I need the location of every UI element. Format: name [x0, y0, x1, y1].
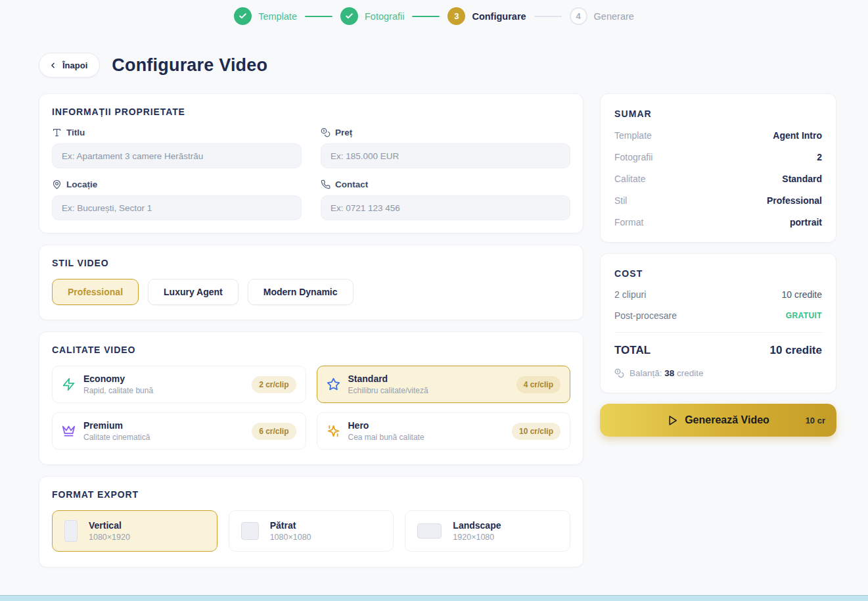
quality-options: Economy Rapid, calitate bună 2 cr/clip S…	[52, 366, 570, 452]
format-heading: FORMAT EXPORT	[52, 489, 570, 500]
style-option-professional[interactable]: Professional	[52, 279, 139, 305]
summary-row-template: Template Agent Intro	[614, 130, 822, 141]
landscape-rect-icon	[417, 523, 442, 539]
format-option-text: Pătrat 1080×1080	[270, 520, 311, 542]
format-options: Vertical 1080×1920 Pătrat 1080×1080 Land…	[52, 510, 570, 554]
total-value: 10 credite	[770, 344, 822, 357]
bottom-strip	[0, 595, 868, 601]
format-option-resolution: 1080×1920	[89, 533, 130, 542]
cost-label: 2 clipuri	[614, 289, 646, 300]
phone-icon	[321, 180, 331, 189]
contact-input[interactable]	[321, 195, 570, 220]
left-column: INFORMAȚII PROPRIETATE Titlu	[39, 93, 583, 567]
quality-option-price-badge: 10 cr/clip	[512, 423, 560, 440]
star-icon	[327, 377, 340, 391]
summary-value: Standard	[782, 174, 822, 184]
generate-video-button[interactable]: Generează Video 10 cr	[600, 404, 836, 437]
step-fotografii[interactable]: Fotografii	[340, 7, 404, 25]
format-option-text: Vertical 1080×1920	[89, 520, 130, 542]
page-header: Înapoi Configurare Video	[39, 53, 868, 78]
style-card: STIL VIDEO Professional Luxury Agent Mod…	[39, 245, 583, 320]
balance-row: Balanță: 38 credite	[614, 368, 822, 378]
format-option-resolution: 1920×1080	[453, 533, 501, 542]
quality-option-subtitle: Rapid, calitate bună	[83, 386, 244, 395]
quality-option-text: Hero Cea mai bună calitate	[348, 420, 504, 442]
summary-value: portrait	[790, 217, 822, 228]
summary-row-stil: Stil Professional	[614, 195, 822, 206]
field-titlu: Titlu	[52, 128, 302, 168]
field-pret: Preț	[321, 128, 570, 168]
property-info-heading: INFORMAȚII PROPRIETATE	[52, 107, 570, 117]
format-option-landscape[interactable]: Landscape 1920×1080	[405, 510, 570, 552]
field-label-text: Contact	[335, 180, 368, 189]
quality-option-price-badge: 4 cr/clip	[516, 376, 560, 393]
format-option-vertical[interactable]: Vertical 1080×1920	[52, 510, 217, 552]
step-generare[interactable]: 4 Generare	[570, 7, 634, 25]
step-label: Fotografii	[365, 11, 404, 22]
pret-input[interactable]	[321, 143, 570, 168]
cost-divider	[614, 332, 822, 333]
quality-option-title: Hero	[348, 420, 504, 431]
quality-option-premium[interactable]: Premium Calitate cinematică 6 cr/clip	[52, 412, 306, 450]
sparkles-icon	[327, 424, 340, 438]
field-label-text: Preț	[335, 128, 352, 137]
summary-label: Template	[614, 130, 652, 141]
generate-button-cost: 10 cr	[806, 416, 825, 425]
summary-label: Stil	[614, 195, 627, 206]
field-locatie-label: Locație	[52, 180, 302, 189]
generate-button-label: Generează Video	[685, 414, 769, 426]
quality-card: CALITATE VIDEO Economy Rapid, calitate b…	[39, 331, 583, 465]
vertical-rect-icon	[64, 520, 78, 542]
quality-option-text: Economy Rapid, calitate bună	[83, 373, 244, 395]
step-number-badge: 3	[447, 7, 465, 25]
quality-option-title: Standard	[348, 373, 509, 384]
field-contact-label: Contact	[321, 180, 570, 189]
summary-card: SUMAR Template Agent Intro Fotografii 2 …	[600, 93, 836, 243]
locatie-input[interactable]	[52, 195, 302, 220]
step-number-badge: 4	[570, 7, 587, 25]
quality-option-economy[interactable]: Economy Rapid, calitate bună 2 cr/clip	[52, 366, 306, 403]
quality-option-standard[interactable]: Standard Echilibru calitate/viteză 4 cr/…	[317, 366, 571, 403]
quality-heading: CALITATE VIDEO	[52, 345, 570, 355]
step-done-circle	[340, 7, 358, 25]
type-icon	[52, 128, 62, 137]
style-option-modern-dynamic[interactable]: Modern Dynamic	[248, 279, 354, 305]
quality-option-subtitle: Echilibru calitate/viteză	[348, 386, 509, 395]
quality-option-hero[interactable]: Hero Cea mai bună calitate 10 cr/clip	[317, 412, 571, 450]
check-icon	[345, 12, 354, 20]
field-locatie: Locație	[52, 180, 302, 220]
property-field-grid: Titlu Preț	[52, 128, 570, 220]
cost-row-postprocessing: Post-procesare GRATUIT	[614, 310, 822, 321]
step-template[interactable]: Template	[234, 7, 297, 25]
summary-row-format: Format portrait	[614, 217, 822, 228]
quality-option-price-badge: 6 cr/clip	[252, 423, 296, 440]
summary-value: 2	[817, 152, 822, 162]
summary-value: Professional	[767, 195, 822, 206]
summary-row-fotografii: Fotografii 2	[614, 152, 822, 162]
field-label-text: Locație	[66, 180, 97, 189]
quality-option-text: Premium Calitate cinematică	[83, 420, 244, 442]
summary-label: Fotografii	[614, 152, 652, 162]
format-option-title: Vertical	[89, 520, 130, 531]
back-button-label: Înapoi	[62, 60, 87, 70]
style-heading: STIL VIDEO	[52, 258, 570, 268]
cost-value: 10 credite	[782, 289, 822, 300]
field-label-text: Titlu	[66, 128, 85, 137]
quality-option-subtitle: Cea mai bună calitate	[348, 433, 504, 442]
quality-option-title: Economy	[83, 373, 244, 384]
step-configurare[interactable]: 3 Configurare	[447, 7, 526, 25]
square-rect-icon	[241, 522, 259, 540]
format-option-patrat[interactable]: Pătrat 1080×1080	[229, 510, 394, 552]
stepper-connector	[412, 16, 440, 17]
coins-icon	[614, 368, 624, 378]
step-label: Template	[258, 11, 297, 22]
summary-heading: SUMAR	[614, 108, 822, 119]
coins-icon	[321, 128, 331, 137]
back-button[interactable]: Înapoi	[39, 53, 100, 78]
format-option-title: Landscape	[453, 520, 501, 531]
titlu-input[interactable]	[52, 143, 302, 168]
style-option-luxury-agent[interactable]: Luxury Agent	[148, 279, 239, 305]
chevron-left-icon	[49, 61, 57, 70]
summary-label: Format	[614, 217, 643, 228]
format-option-resolution: 1080×1080	[270, 533, 311, 542]
